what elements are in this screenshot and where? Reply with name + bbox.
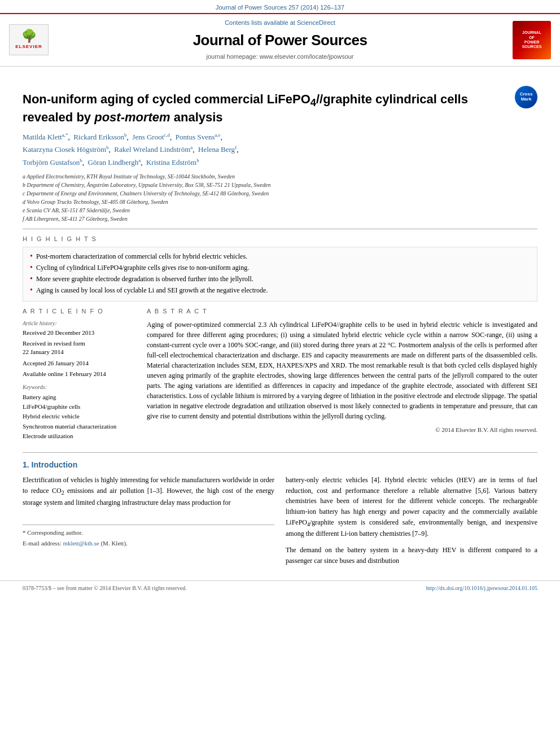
abstract-label: A B S T R A C T	[147, 307, 537, 316]
highlights-box: • Post-mortem characterization of commer…	[23, 247, 537, 302]
doi-link: http://dx.doi.org/10.1016/j.jpowsour.201…	[426, 584, 537, 592]
journal-title: Journal of Power Sources	[54, 30, 506, 50]
intro-left-text: Electrification of vehicles is highly in…	[23, 475, 274, 508]
journal-logo-right: JOURNALOFPOWERSOURCES	[506, 21, 551, 59]
highlight-text-2: Cycling of cylindrical LiFePO4/graphite …	[36, 263, 249, 273]
keyword-5: Electrode utilization	[23, 432, 135, 440]
highlights-label: H I G H L I G H T S	[23, 235, 537, 243]
title-block: Non-uniform aging of cycled commercial L…	[23, 84, 509, 132]
affiliations: a Applied Electrochemistry, KTH Royal In…	[23, 172, 537, 223]
science-direct-name: ScienceDirect	[297, 19, 335, 26]
intro-right-text-2: The demand on the battery system in a he…	[286, 545, 537, 566]
bullet-4: •	[30, 286, 33, 295]
journal-homepage: journal homepage: www.elsevier.com/locat…	[54, 53, 506, 61]
email-note: E-mail address: mklett@kth.se (M. Klett)…	[23, 539, 274, 548]
keyword-2: LiFePO4/graphite cells	[23, 403, 135, 411]
accepted-date: Accepted 26 January 2014	[23, 359, 135, 368]
bullet-3: •	[30, 274, 33, 284]
revised-date: Received in revised form 22 January 2014	[23, 339, 135, 357]
highlight-1: • Post-mortem characterization of commer…	[30, 252, 530, 261]
main-content: Non-uniform aging of cycled commercial L…	[0, 67, 560, 575]
contents-label: Contents lists available at	[225, 19, 295, 26]
abstract-text: Aging of power-optimized commercial 2.3 …	[147, 320, 537, 421]
keywords-label: Keywords:	[23, 383, 135, 391]
crossmark-icon: CrossMark	[515, 86, 537, 108]
title-area: Non-uniform aging of cycled commercial L…	[23, 84, 537, 132]
abstract-col: A B S T R A C T Aging of power-optimized…	[147, 307, 537, 442]
divider-1	[23, 229, 537, 229]
highlight-4: • Aging is caused by local loss of cycla…	[30, 286, 530, 295]
intro-left-col: Electrification of vehicles is highly in…	[23, 475, 274, 566]
author-katarzyna: Katarzyna Ciosek Högström	[23, 146, 106, 154]
highlight-text-3: More severe graphite electrode degradati…	[36, 274, 253, 284]
email-link: mklett@kth.se	[63, 540, 99, 547]
bottom-bar: 0378-7753/$ – see front matter © 2014 El…	[0, 580, 560, 592]
affil-d: d Volvo Group Trucks Technology, SE-405 …	[23, 198, 537, 206]
highlight-text-1: Post-mortem characterization of commerci…	[36, 252, 247, 261]
author-rickard: Rickard Eriksson	[73, 133, 124, 142]
bullet-1: •	[30, 252, 33, 261]
intro-two-col: Electrification of vehicles is highly in…	[23, 475, 537, 566]
introduction-section: 1. Introduction Electrification of vehic…	[23, 452, 537, 566]
bullet-2: •	[30, 263, 33, 273]
issn-text: 0378-7753/$ – see front matter © 2014 El…	[23, 584, 187, 592]
article-info-col: A R T I C L E I N F O Article history: R…	[23, 307, 135, 442]
received-date: Received 20 December 2013	[23, 329, 135, 337]
article-info-label: A R T I C L E I N F O	[23, 307, 135, 316]
journal-center: Contents lists available at ScienceDirec…	[54, 19, 506, 61]
affil-e: e Scania CV AB, SE-151 87 Södertälje, Sw…	[23, 206, 537, 215]
history-label: Article history:	[23, 320, 135, 327]
affil-a: a Applied Electrochemistry, KTH Royal In…	[23, 172, 537, 181]
affil-c: c Department of Energy and Environment, …	[23, 189, 537, 198]
journal-header: 🌳 ELSEVIER Contents lists available at S…	[0, 13, 560, 66]
authors-line: Matilda Kletta,*, Rickard Erikssonb, Jen…	[23, 131, 537, 168]
elsevier-logo: 🌳 ELSEVIER	[9, 24, 54, 55]
journal-logo-box: JOURNALOFPOWERSOURCES	[513, 21, 551, 59]
page: Journal of Power Sources 257 (2014) 126–…	[0, 0, 560, 747]
author-matilda: Matilda Klett	[23, 133, 62, 142]
author-torbjorn: Torbjörn Gustafson	[23, 158, 80, 167]
author-pontus: Pontus Svens	[176, 133, 215, 142]
author-helena: Helena Berg	[198, 146, 235, 154]
affil-f: f AB Libergreen, SE-411 27 Göteborg, Swe…	[23, 215, 537, 223]
author-kristina: Kristina Edström	[146, 158, 196, 167]
highlights-section: H I G H L I G H T S • Post-mortem charac…	[23, 235, 537, 302]
highlight-2: • Cycling of cylindrical LiFePO4/graphit…	[30, 263, 530, 273]
online-date: Available online 1 February 2014	[23, 370, 135, 378]
citation-text: Journal of Power Sources 257 (2014) 126–…	[216, 4, 344, 11]
science-direct-link: Contents lists available at ScienceDirec…	[54, 19, 506, 27]
keyword-1: Battery aging	[23, 393, 135, 401]
article-title: Non-uniform aging of cycled commercial L…	[23, 91, 509, 126]
keyword-3: Hybrid electric vehicle	[23, 412, 135, 421]
article-info-abstract-area: A R T I C L E I N F O Article history: R…	[23, 307, 537, 442]
crossmark-badge-area: CrossMark	[515, 86, 537, 108]
footnote-area: * Corresponding author. E-mail address: …	[23, 525, 274, 548]
elsevier-tree-icon: 🌳	[21, 30, 37, 42]
corresponding-author-note: * Corresponding author.	[23, 528, 274, 537]
author-jens: Jens Groot	[132, 133, 164, 142]
copyright-line: © 2014 Elsevier B.V. All rights reserved…	[147, 426, 537, 434]
keyword-4: Synchrotron material characterization	[23, 422, 135, 431]
intro-heading: 1. Introduction	[23, 460, 537, 471]
crossmark-label: CrossMark	[520, 92, 533, 102]
highlight-3: • More severe graphite electrode degrada…	[30, 274, 530, 284]
highlight-text-4: Aging is caused by local loss of cyclabl…	[36, 286, 268, 295]
elsevier-brand-text: ELSEVIER	[15, 43, 42, 50]
intro-right-text: battery-only electric vehicles [4]. Hybr…	[286, 475, 537, 539]
journal-logo-text: JOURNALOFPOWERSOURCES	[522, 30, 542, 50]
affil-b: b Department of Chemistry, Ångström Labo…	[23, 181, 537, 189]
intro-right-col: battery-only electric vehicles [4]. Hybr…	[286, 475, 537, 566]
author-goran: Göran Lindbergh	[88, 158, 139, 167]
author-rakel: Rakel Wreland Lindström	[114, 146, 190, 154]
elsevier-logo-image: 🌳 ELSEVIER	[9, 24, 49, 55]
citation-bar: Journal of Power Sources 257 (2014) 126–…	[0, 0, 560, 13]
